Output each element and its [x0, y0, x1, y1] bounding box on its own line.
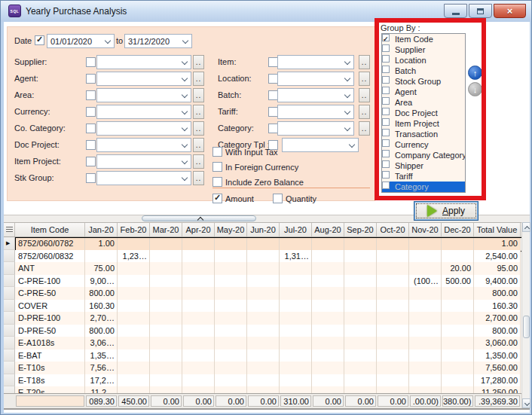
filter-browse-location[interactable]: ..: [359, 72, 370, 86]
scroll-up-button[interactable]: [522, 222, 530, 232]
close-button[interactable]: ×: [494, 4, 526, 18]
row-header-cell[interactable]: [4, 386, 15, 393]
scroll-down-button[interactable]: [522, 398, 530, 408]
column-header-sep-20[interactable]: Sep-20: [344, 223, 377, 236]
restore-button[interactable]: [469, 4, 492, 18]
column-header-aug-20[interactable]: Aug-20: [312, 223, 344, 236]
filter-combo-item[interactable]: [277, 55, 354, 69]
table-row[interactable]: D-PRE-1002,70…2,700.00: [4, 312, 521, 325]
groupby-item-item-project[interactable]: Item Project: [382, 118, 465, 129]
filter-browse-doc-project[interactable]: ..: [193, 138, 204, 152]
row-header-cell[interactable]: [4, 337, 15, 349]
table-row[interactable]: D-PRE-50800.00800.00: [4, 325, 521, 337]
row-header-cell[interactable]: [4, 275, 15, 288]
groupby-item-stock-group[interactable]: Stock Group: [382, 76, 465, 87]
column-header-total-value[interactable]: Total Value: [474, 223, 521, 236]
groupby-item-doc-project[interactable]: Doc Project: [382, 108, 465, 118]
groupby-checkbox-currency[interactable]: [382, 139, 390, 147]
in-foreign-currency-checkbox[interactable]: [212, 162, 222, 172]
filter-combo-agent[interactable]: [96, 72, 191, 86]
groupby-checkbox-doc-project[interactable]: [382, 108, 390, 115]
column-header-jan-20[interactable]: Jan-20: [85, 223, 118, 236]
column-header-may-20[interactable]: May-20: [215, 223, 247, 236]
column-header-jun-20[interactable]: Jun-20: [247, 223, 280, 236]
row-header-cell[interactable]: [4, 374, 15, 387]
groupby-checkbox-item-project[interactable]: [382, 118, 390, 126]
filter-checkbox-stk-group[interactable]: [86, 173, 96, 183]
date-checkbox[interactable]: [35, 35, 44, 45]
move-up-button[interactable]: ↑: [468, 66, 482, 80]
filter-combo-location[interactable]: [277, 72, 354, 86]
table-row[interactable]: E-T18s17,2…17,280.00: [4, 374, 521, 387]
filter-combo-doc-project[interactable]: [96, 138, 191, 152]
column-header-feb-20[interactable]: Feb-20: [118, 223, 150, 236]
column-header-jul-20[interactable]: Jul-20: [280, 223, 312, 236]
title-bar[interactable]: SQL Yearly Purchase Analysis ×: [1, 1, 532, 22]
panel-collapse-splitter[interactable]: [142, 215, 256, 221]
include-zero-balance-checkbox[interactable]: [212, 177, 222, 187]
filter-combo-item-project[interactable]: [96, 154, 191, 169]
filter-combo-stk-group[interactable]: [96, 171, 191, 185]
filter-browse-agent[interactable]: ..: [193, 72, 204, 86]
table-row[interactable]: E-T20s11,2…11,250.00: [4, 386, 521, 393]
filter-checkbox-agent[interactable]: [86, 74, 96, 84]
filter-browse-stk-group[interactable]: ..: [193, 171, 204, 185]
groupby-checkbox-item-code[interactable]: [382, 34, 390, 41]
groupby-listbox[interactable]: Item CodeSupplierLocationBatchStock Grou…: [381, 33, 466, 193]
groupby-checkbox-transaction[interactable]: [382, 129, 390, 136]
groupby-checkbox-batch[interactable]: [382, 66, 390, 73]
column-header-mar-20[interactable]: Mar-20: [150, 223, 182, 236]
table-row[interactable]: ANT75.0020.0095.00: [4, 262, 521, 275]
with-input-tax-checkbox[interactable]: [212, 147, 222, 157]
filter-checkbox-doc-project[interactable]: [86, 140, 96, 150]
filter-browse-supplier[interactable]: ..: [193, 55, 204, 69]
table-row[interactable]: ▶8752/060/07821.001.00: [4, 237, 521, 250]
groupby-checkbox-agent[interactable]: [382, 87, 390, 94]
table-row[interactable]: C-PRE-50800.00800.00: [4, 287, 521, 300]
table-row[interactable]: C-PRE-1009,00…(100…500.009,400.00: [4, 275, 521, 288]
groupby-item-location[interactable]: Location: [382, 55, 465, 66]
table-row[interactable]: 8752/060/08321,23…1,31…2,540.00: [4, 250, 521, 263]
column-header-apr-20[interactable]: Apr-20: [182, 223, 215, 236]
groupby-item-supplier[interactable]: Supplier: [382, 44, 465, 55]
groupby-checkbox-location[interactable]: [382, 55, 390, 63]
groupby-checkbox-tariff[interactable]: [382, 171, 390, 179]
move-down-button[interactable]: ↓: [468, 82, 482, 96]
filter-combo-co-category[interactable]: [96, 121, 191, 136]
groupby-checkbox-category[interactable]: [382, 182, 390, 189]
row-header-cell[interactable]: [4, 325, 15, 337]
row-header-cell[interactable]: [4, 250, 15, 263]
filter-browse-co-category[interactable]: ..: [193, 121, 204, 136]
filter-checkbox-currency[interactable]: [86, 107, 96, 117]
row-header-cell[interactable]: [4, 300, 15, 313]
filter-combo-area[interactable]: [96, 88, 191, 102]
groupby-item-item-code[interactable]: Item Code: [382, 34, 465, 44]
row-header-cell[interactable]: [4, 362, 15, 374]
apply-button[interactable]: Apply: [414, 201, 478, 221]
filter-combo-batch[interactable]: [277, 88, 354, 102]
groupby-checkbox-company-category[interactable]: [382, 150, 390, 157]
minimize-button[interactable]: [444, 4, 467, 18]
filter-checkbox-supplier[interactable]: [86, 57, 96, 67]
groupby-item-category[interactable]: Category: [382, 182, 465, 192]
filter-browse-area[interactable]: ..: [193, 88, 204, 102]
column-header-oct-20[interactable]: Oct-20: [377, 223, 409, 236]
filter-browse-batch[interactable]: ..: [359, 88, 370, 102]
table-row[interactable]: E-T10s7,56…7,560.00: [4, 362, 521, 374]
quantity-checkbox[interactable]: [273, 194, 283, 203]
column-header-dec-20[interactable]: Dec-20: [442, 223, 474, 236]
filter-browse-tariff[interactable]: ..: [359, 105, 370, 119]
groupby-checkbox-stock-group[interactable]: [382, 76, 390, 84]
column-header-item-code[interactable]: Item Code: [15, 223, 85, 236]
row-header-cell[interactable]: [4, 287, 15, 300]
filter-checkbox-co-category[interactable]: [86, 124, 96, 133]
filter-browse-currency[interactable]: ..: [193, 105, 204, 119]
groupby-item-transaction[interactable]: Transaction: [382, 129, 465, 139]
column-header-nov-20[interactable]: Nov-20: [409, 223, 442, 236]
filter-combo-currency[interactable]: [96, 105, 191, 119]
table-vertical-scrollbar[interactable]: [521, 222, 530, 408]
groupby-checkbox-shipper[interactable]: [382, 160, 390, 168]
row-header-cell[interactable]: [4, 349, 15, 362]
groupby-item-tariff[interactable]: Tariff: [382, 171, 465, 182]
row-header-cell[interactable]: [4, 312, 15, 325]
